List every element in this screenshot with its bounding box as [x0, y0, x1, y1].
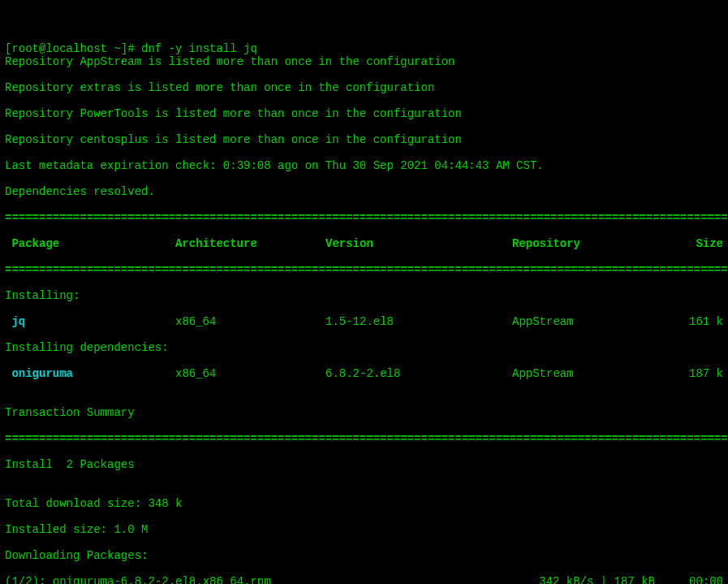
table-row: jqx86_641.5-12.el8AppStream161 k — [5, 315, 723, 328]
repo-warning: Repository PowerTools is listed more tha… — [5, 107, 723, 120]
download-row: (1/2): oniguruma-6.8.2-2.el8.x86_64.rpm3… — [5, 575, 723, 584]
installed-size: Installed size: 1.0 M — [5, 523, 723, 536]
rule-line: ========================================… — [5, 263, 723, 276]
pkg-name: oniguruma — [5, 367, 175, 380]
header-package: Package — [5, 237, 175, 250]
rule-line: ========================================… — [5, 211, 723, 224]
terminal[interactable]: [root@localhost ~]# dnf -y install jq Re… — [5, 29, 723, 584]
transaction-summary-label: Transaction Summary — [5, 406, 723, 419]
table-header: PackageArchitectureVersionRepositorySize — [5, 237, 723, 250]
table-row: onigurumax86_646.8.2-2.el8AppStream187 k — [5, 367, 723, 380]
header-arch: Architecture — [175, 237, 325, 250]
metadata-line: Last metadata expiration check: 0:39:08 … — [5, 159, 723, 172]
prompt: [root@localhost ~]# — [5, 42, 141, 55]
pkg-repo: AppStream — [512, 315, 678, 328]
download-file: (1/2): oniguruma-6.8.2-2.el8.x86_64.rpm — [5, 575, 512, 584]
header-repo: Repository — [512, 237, 678, 250]
pkg-repo: AppStream — [512, 367, 678, 380]
pkg-name: jq — [5, 315, 175, 328]
install-count: Install 2 Packages — [5, 458, 723, 471]
pkg-version: 6.8.2-2.el8 — [325, 367, 512, 380]
deps-resolved: Dependencies resolved. — [5, 185, 723, 198]
download-stats: 342 kB/s | 187 kB 00:00 — [512, 575, 723, 584]
pkg-size: 161 k — [678, 315, 723, 328]
repo-warning: Repository extras is listed more than on… — [5, 81, 723, 94]
downloading-label: Downloading Packages: — [5, 549, 723, 562]
pkg-arch: x86_64 — [175, 367, 325, 380]
installing-deps-label: Installing dependencies: — [5, 341, 723, 354]
header-version: Version — [325, 237, 512, 250]
pkg-arch: x86_64 — [175, 315, 325, 328]
rule-line: ========================================… — [5, 432, 723, 445]
total-download-size: Total download size: 348 k — [5, 497, 723, 510]
command-text: dnf -y install jq — [141, 42, 257, 55]
pkg-size: 187 k — [678, 367, 723, 380]
pkg-version: 1.5-12.el8 — [325, 315, 512, 328]
installing-label: Installing: — [5, 289, 723, 302]
header-size: Size — [678, 237, 723, 250]
repo-warning: Repository AppStream is listed more than… — [5, 55, 723, 68]
repo-warning: Repository centosplus is listed more tha… — [5, 133, 723, 146]
